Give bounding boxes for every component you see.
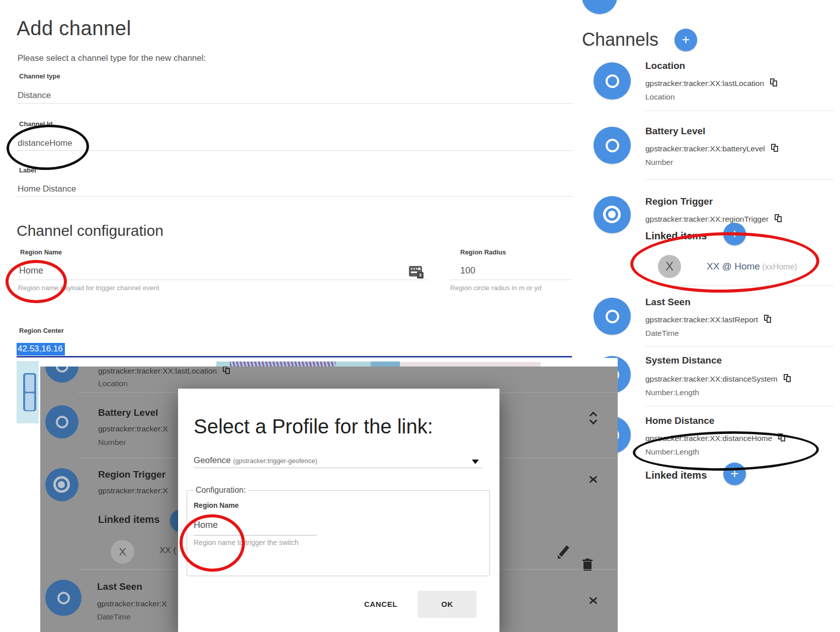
- channel-uid: gpstracker:tracker:XX:lastReport: [645, 315, 772, 324]
- divider: [645, 286, 834, 286]
- region-radius-hint: Region circle radius in m or yd: [450, 284, 542, 292]
- profile-dialog: Select a Profile for the link: Geofence …: [178, 389, 499, 632]
- label-field-input[interactable]: Home Distance: [18, 184, 76, 194]
- bg-channel-uid: gpstracker:tracker:XX:lastLocation: [98, 367, 230, 376]
- delete-icon: [582, 559, 593, 572]
- config-heading: Channel configuration: [17, 222, 163, 239]
- edit-icon: [557, 546, 570, 559]
- channel-uid: gpstracker:tracker:XX:batteryLevel: [645, 144, 779, 153]
- bg-channel-radio: [45, 580, 81, 616]
- channel-radio-region-trigger[interactable]: [594, 196, 631, 233]
- map-strip-pink: [400, 362, 541, 367]
- bg-channel-radio: [45, 367, 78, 383]
- region-center-label: Region Center: [19, 327, 64, 334]
- bg-channel-radio-selected: [45, 468, 78, 501]
- dialog-region-name-label: Region Name: [194, 501, 238, 509]
- profile-uid: (gpstracker:trigger-geofence): [233, 457, 317, 465]
- bg-channel-type: Location: [98, 379, 128, 388]
- channel-uid: gpstracker:tracker:XX:distanceHome: [645, 433, 786, 443]
- autofill-badge: 3: [417, 272, 424, 279]
- configuration-legend: Configuration:: [193, 486, 248, 495]
- channel-radio-location[interactable]: [594, 62, 631, 100]
- add-linked-item-button[interactable]: +: [723, 463, 746, 485]
- channel-type: Location: [645, 93, 675, 102]
- label-field-label: Label: [19, 166, 36, 174]
- bg-channel-uid: gpstracker:tracker:X: [97, 599, 167, 608]
- copy-icon[interactable]: [770, 78, 778, 87]
- linked-item-suffix: (xxHome): [762, 262, 797, 271]
- copy-icon[interactable]: [784, 374, 791, 383]
- dialog-region-name-underline: [194, 535, 317, 535]
- add-channel-button[interactable]: +: [675, 29, 697, 51]
- bg-channel-uid: gpstracker:tracker:X: [98, 424, 168, 433]
- configuration-fieldset: Configuration:: [187, 486, 490, 576]
- unfold-more-icon: [589, 412, 599, 425]
- channel-type-underline: [17, 103, 572, 104]
- bg-linked-item-avatar: X: [111, 540, 134, 564]
- linked-items-header: Linked items: [645, 230, 707, 242]
- region-center-focus-underline: [17, 356, 572, 357]
- region-name-label: Region Name: [20, 248, 62, 256]
- bg-channel-type: Number: [98, 438, 126, 447]
- map-fragment: [17, 361, 39, 423]
- channel-radio-battery[interactable]: [594, 127, 631, 164]
- channel-type: DateTime: [645, 329, 679, 338]
- channel-id-underline: [17, 150, 572, 151]
- channel-name: Location: [645, 60, 685, 71]
- label-field-underline: [17, 196, 572, 197]
- region-radius-label: Region Radius: [460, 248, 506, 256]
- channel-uid: gpstracker:tracker:XX:regionTrigger: [645, 214, 782, 224]
- region-center-input[interactable]: 42.53,16.16: [17, 343, 65, 355]
- region-radius-input[interactable]: 100: [460, 265, 475, 276]
- copy-icon: [223, 367, 230, 375]
- overlay-top-strip: [40, 358, 618, 367]
- dialog-region-name-hint: Region name to trigger the switch: [194, 538, 299, 547]
- channel-type-value[interactable]: Distance: [18, 91, 51, 101]
- linked-items-header: Linked items: [645, 470, 707, 481]
- dialog-region-name-input[interactable]: Home: [194, 520, 218, 530]
- divider: [645, 346, 834, 346]
- dialog-title: Select a Profile for the link:: [194, 415, 433, 438]
- page-title: Add channel: [17, 17, 131, 40]
- bg-linked-item-text: XX (: [159, 546, 176, 556]
- bg-channel-name: Region Trigger: [98, 469, 165, 480]
- ok-button[interactable]: OK: [418, 591, 476, 617]
- channel-id-label: Channel Id: [19, 120, 52, 128]
- form-subtitle: Please select a channel type for the new…: [18, 53, 206, 63]
- dropdown-arrow-icon[interactable]: [472, 460, 479, 464]
- channel-name: Last Seen: [645, 297, 691, 308]
- region-radius-underline: [450, 280, 572, 280]
- map-zoom-control[interactable]: [23, 373, 36, 411]
- copy-icon[interactable]: [775, 214, 782, 223]
- region-name-underline: [17, 280, 429, 280]
- linked-item-name: XX @ Home: [707, 261, 760, 272]
- divider: [645, 111, 834, 111]
- bg-channel-radio: [45, 405, 78, 438]
- bg-linked-items-header: Linked items: [98, 514, 159, 525]
- channel-name: Battery Level: [645, 126, 705, 137]
- divider: [645, 406, 834, 406]
- linked-item-avatar: X: [658, 255, 681, 278]
- profile-select-underline: [194, 468, 482, 468]
- add-linked-item-button[interactable]: +: [723, 223, 746, 245]
- channel-name: System Distance: [645, 355, 722, 366]
- channel-uid: gpstracker:tracker:XX:distanceSystem: [645, 374, 791, 384]
- profile-select[interactable]: Geofence (gpstracker:trigger-geofence): [194, 456, 317, 466]
- divider: [645, 179, 834, 179]
- page: Add channel Please select a channel type…: [0, 0, 840, 632]
- autofill-keyboard-icon[interactable]: 3: [409, 266, 422, 277]
- channel-radio-last-seen[interactable]: [594, 298, 631, 335]
- bg-channel-name: Last Seen: [97, 581, 142, 592]
- cancel-button[interactable]: CANCEL: [352, 592, 409, 615]
- channel-type: Number:Length: [645, 388, 699, 397]
- bg-channel-name: Battery Level: [98, 407, 158, 418]
- channel-name: Region Trigger: [645, 196, 713, 207]
- copy-icon[interactable]: [771, 144, 779, 152]
- channel-id-input[interactable]: distanceHome: [18, 138, 72, 148]
- channel-type-label: Channel type: [19, 72, 60, 80]
- copy-icon[interactable]: [778, 433, 786, 442]
- copy-icon[interactable]: [764, 315, 772, 323]
- channels-title: Channels: [582, 29, 658, 50]
- linked-item[interactable]: XX @ Home (xxHome): [707, 261, 797, 272]
- region-name-input[interactable]: Home: [19, 265, 43, 276]
